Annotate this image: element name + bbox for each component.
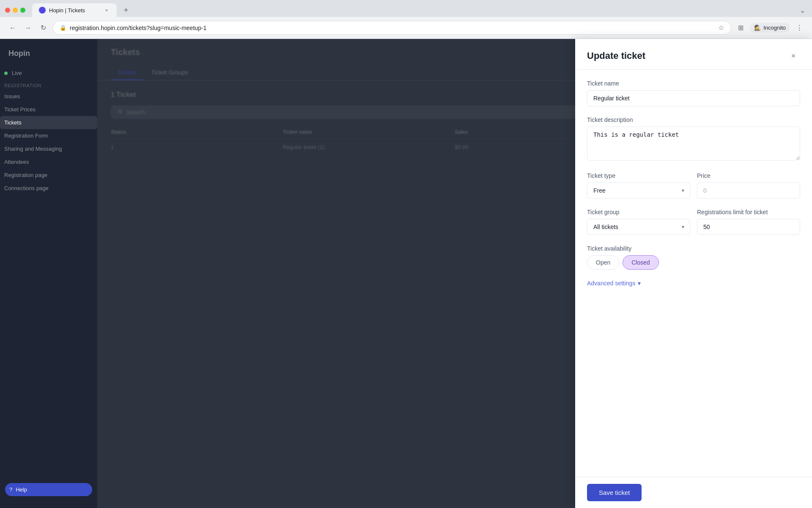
tab-title: Hopin | Tickets: [49, 7, 100, 14]
ticket-description-label: Ticket description: [587, 116, 800, 123]
ticket-availability-group: Ticket availability Open Closed: [587, 245, 800, 270]
active-tab[interactable]: Hopin | Tickets ×: [32, 3, 117, 17]
update-ticket-modal: Update ticket × Ticket name Ticket descr…: [575, 39, 812, 508]
back-button[interactable]: ←: [7, 22, 19, 34]
ticket-description-group: Ticket description: [587, 116, 800, 162]
advanced-settings-label: Advanced settings: [587, 280, 635, 287]
price-label: Price: [697, 172, 800, 179]
sidebar-item-ticket-prices[interactable]: Ticket Prices: [0, 103, 97, 116]
modal-close-button[interactable]: ×: [787, 49, 800, 63]
live-indicator: [4, 72, 8, 75]
sidebar-logo: Hopin: [0, 46, 97, 66]
sidebar-item-live[interactable]: Live: [0, 66, 97, 80]
sidebar-connections-page-label: Connections page: [4, 185, 49, 191]
window-dots: [5, 8, 25, 13]
incognito-label: Incognito: [763, 25, 786, 31]
tab-favicon: [39, 7, 46, 14]
ticket-group-select[interactable]: All tickets: [587, 219, 690, 235]
close-dot[interactable]: [5, 8, 10, 13]
modal-header: Update ticket ×: [575, 39, 812, 70]
ticket-type-select-wrapper: Free Paid ▾: [587, 182, 690, 199]
ticket-type-select[interactable]: Free Paid: [587, 182, 690, 199]
sidebar-registration-page-label: Registration page: [4, 172, 47, 178]
ticket-group-col: Ticket group All tickets ▾: [587, 209, 690, 245]
ticket-availability-label: Ticket availability: [587, 245, 800, 252]
maximize-dot[interactable]: [20, 8, 25, 13]
help-icon: ?: [9, 486, 12, 493]
sidebar-item-issues[interactable]: Issues: [0, 90, 97, 103]
price-input[interactable]: [697, 182, 800, 199]
ticket-name-label: Ticket name: [587, 80, 800, 87]
help-button[interactable]: ? Help: [5, 483, 92, 496]
sidebar-item-connections-page[interactable]: Connections page: [0, 182, 97, 195]
modal-footer: Save ticket: [575, 477, 812, 508]
ticket-group-group: Ticket group All tickets ▾: [587, 209, 690, 235]
lock-icon: 🔒: [60, 25, 66, 31]
sidebar-item-tickets[interactable]: Tickets: [0, 116, 97, 129]
close-icon: ×: [791, 52, 796, 61]
sidebar-item-registration-form[interactable]: Registration Form: [0, 129, 97, 142]
sidebar-live-label: Live: [12, 70, 22, 76]
sidebar-issues-label: Issues: [4, 93, 20, 99]
tab-list-button[interactable]: ⌄: [798, 5, 807, 16]
registrations-limit-col: Registrations limit for ticket: [697, 209, 800, 245]
url-bar[interactable]: 🔒 registration.hopin.com/tickets?slug=mu…: [52, 21, 731, 35]
ticket-name-group: Ticket name: [587, 80, 800, 106]
incognito-badge[interactable]: 🕵 Incognito: [750, 23, 790, 33]
sidebar-bottom: ? Help: [0, 478, 97, 501]
ticket-description-input[interactable]: [587, 127, 800, 160]
sidebar-item-sharing[interactable]: Sharing and Messaging: [0, 142, 97, 155]
availability-buttons: Open Closed: [587, 255, 800, 270]
sidebar-registration-form-label: Registration Form: [4, 133, 48, 139]
ticket-type-group: Ticket type Free Paid ▾: [587, 172, 690, 199]
main-content: Hopin Live Registration Issues Ticket Pr…: [0, 39, 812, 508]
sidebar-attendees-label: Attendees: [4, 159, 29, 165]
tab-bar: Hopin | Tickets × + ⌄: [0, 0, 812, 17]
ticket-type-label: Ticket type: [587, 172, 690, 179]
sidebar: Hopin Live Registration Issues Ticket Pr…: [0, 39, 97, 508]
new-tab-button[interactable]: +: [120, 4, 132, 16]
menu-button[interactable]: ⋮: [793, 22, 805, 34]
ticket-group-label: Ticket group: [587, 209, 690, 215]
url-text: registration.hopin.com/tickets?slug=musi…: [70, 25, 715, 31]
availability-open-button[interactable]: Open: [587, 255, 619, 270]
registrations-limit-label: Registrations limit for ticket: [697, 209, 800, 215]
sidebar-item-attendees[interactable]: Attendees: [0, 155, 97, 168]
modal-body: Ticket name Ticket description Ticket ty…: [575, 70, 812, 477]
availability-closed-button[interactable]: Closed: [623, 255, 659, 270]
ticket-group-select-wrapper: All tickets ▾: [587, 219, 690, 235]
reload-button[interactable]: ↻: [37, 22, 49, 34]
address-actions: ⊞ 🕵 Incognito ⋮: [735, 22, 805, 34]
advanced-settings-chevron-icon: ▾: [638, 280, 641, 287]
sidebar-tickets-label: Tickets: [4, 119, 22, 126]
price-group: Price: [697, 172, 800, 199]
registrations-limit-group: Registrations limit for ticket: [697, 209, 800, 235]
ticket-name-input[interactable]: [587, 90, 800, 106]
address-bar: ← → ↻ 🔒 registration.hopin.com/tickets?s…: [0, 17, 812, 39]
forward-button[interactable]: →: [22, 22, 34, 34]
browser-chrome: Hopin | Tickets × + ⌄ ← → ↻ 🔒 registrati…: [0, 0, 812, 39]
modal-title: Update ticket: [587, 50, 645, 61]
registrations-limit-input[interactable]: [697, 219, 800, 235]
advanced-settings-toggle[interactable]: Advanced settings ▾: [587, 280, 800, 287]
bookmark-icon[interactable]: ☆: [718, 24, 724, 32]
tab-close-button[interactable]: ×: [103, 7, 110, 14]
sidebar-sharing-label: Sharing and Messaging: [4, 146, 62, 152]
sidebar-item-registration-page[interactable]: Registration page: [0, 168, 97, 182]
price-col: Price: [697, 172, 800, 209]
ticket-type-col: Ticket type Free Paid ▾: [587, 172, 690, 209]
extensions-button[interactable]: ⊞: [735, 22, 746, 34]
minimize-dot[interactable]: [13, 8, 18, 13]
sidebar-section-registration: Registration: [0, 80, 97, 90]
sidebar-ticket-prices-label: Ticket Prices: [4, 106, 36, 113]
ticket-type-price-row: Ticket type Free Paid ▾ Price: [587, 172, 800, 209]
save-ticket-button[interactable]: Save ticket: [587, 484, 642, 501]
incognito-icon: 🕵: [754, 25, 761, 31]
group-limit-row: Ticket group All tickets ▾ Registrations…: [587, 209, 800, 245]
logo-text: Hopin: [8, 49, 30, 58]
help-label: Help: [16, 486, 27, 493]
